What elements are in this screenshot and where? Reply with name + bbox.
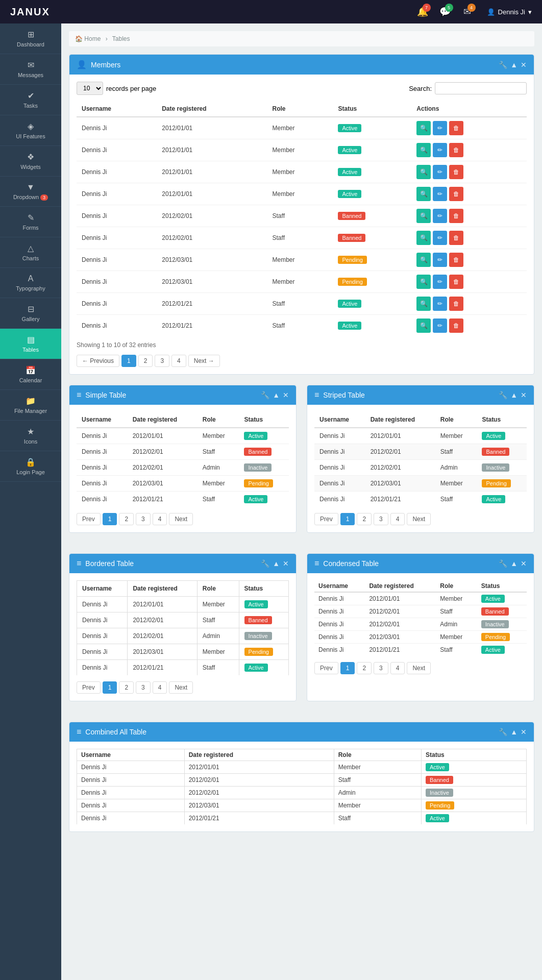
prev-button[interactable]: Prev bbox=[314, 513, 338, 525]
close-icon[interactable]: ✕ bbox=[521, 391, 527, 399]
edit-button[interactable]: ✏ bbox=[433, 297, 447, 311]
chevron-up-icon[interactable]: ▲ bbox=[510, 61, 518, 69]
delete-button[interactable]: 🗑 bbox=[449, 253, 463, 267]
mail-icon[interactable]: ✉ 4 bbox=[459, 4, 476, 20]
page-btn-4[interactable]: 4 bbox=[153, 513, 167, 525]
sidebar-item-dropdown[interactable]: ▼ Dropdown3 bbox=[0, 177, 61, 207]
view-button[interactable]: 🔍 bbox=[416, 318, 431, 333]
wrench-icon[interactable]: 🔧 bbox=[499, 559, 507, 568]
view-button[interactable]: 🔍 bbox=[416, 231, 431, 245]
delete-button[interactable]: 🗑 bbox=[449, 121, 463, 135]
page-btn-3[interactable]: 3 bbox=[136, 681, 151, 694]
sidebar-item-forms[interactable]: ✎ Forms bbox=[0, 207, 61, 237]
sidebar-item-charts[interactable]: △ Charts bbox=[0, 237, 61, 268]
next-button[interactable]: Next bbox=[407, 513, 431, 525]
next-button[interactable]: Next bbox=[407, 662, 431, 674]
page-btn-4[interactable]: 4 bbox=[171, 355, 186, 367]
notifications-icon[interactable]: 🔔 7 bbox=[414, 4, 431, 20]
close-icon[interactable]: ✕ bbox=[521, 728, 527, 736]
view-button[interactable]: 🔍 bbox=[416, 275, 431, 289]
sidebar-item-login-page[interactable]: 🔒 Login Page bbox=[0, 451, 61, 482]
next-button[interactable]: Next → bbox=[188, 355, 220, 367]
page-btn-3[interactable]: 3 bbox=[136, 513, 151, 525]
per-page-select[interactable]: 102550 bbox=[77, 82, 103, 95]
close-icon[interactable]: ✕ bbox=[521, 61, 527, 69]
page-btn-2[interactable]: 2 bbox=[138, 355, 153, 367]
view-button[interactable]: 🔍 bbox=[416, 253, 431, 267]
edit-button[interactable]: ✏ bbox=[433, 187, 447, 201]
chevron-up-icon[interactable]: ▲ bbox=[510, 559, 518, 568]
view-button[interactable]: 🔍 bbox=[416, 121, 431, 135]
sidebar-item-file-manager[interactable]: 📁 File Manager bbox=[0, 390, 61, 421]
edit-button[interactable]: ✏ bbox=[433, 318, 447, 333]
delete-button[interactable]: 🗑 bbox=[449, 209, 463, 223]
edit-button[interactable]: ✏ bbox=[433, 253, 447, 267]
prev-button[interactable]: Prev bbox=[77, 681, 101, 694]
wrench-icon[interactable]: 🔧 bbox=[261, 391, 269, 399]
page-btn-4[interactable]: 4 bbox=[390, 662, 405, 674]
view-button[interactable]: 🔍 bbox=[416, 165, 431, 179]
wrench-icon[interactable]: 🔧 bbox=[261, 559, 269, 568]
sidebar-item-tasks[interactable]: ✔ Tasks bbox=[0, 85, 61, 115]
page-btn-3[interactable]: 3 bbox=[374, 662, 388, 674]
page-btn-2[interactable]: 2 bbox=[357, 662, 372, 674]
delete-button[interactable]: 🗑 bbox=[449, 275, 463, 289]
page-btn-3[interactable]: 3 bbox=[155, 355, 169, 367]
next-button[interactable]: Next bbox=[169, 681, 193, 694]
page-btn-1[interactable]: 1 bbox=[121, 355, 136, 367]
edit-button[interactable]: ✏ bbox=[433, 165, 447, 179]
chevron-up-icon[interactable]: ▲ bbox=[273, 559, 280, 568]
page-btn-3[interactable]: 3 bbox=[374, 513, 388, 525]
sidebar-item-messages[interactable]: ✉ Messages bbox=[0, 54, 61, 85]
edit-button[interactable]: ✏ bbox=[433, 143, 447, 157]
delete-button[interactable]: 🗑 bbox=[449, 187, 463, 201]
delete-button[interactable]: 🗑 bbox=[449, 318, 463, 333]
view-button[interactable]: 🔍 bbox=[416, 187, 431, 201]
sidebar-item-tables[interactable]: ▤ Tables bbox=[0, 329, 61, 359]
view-button[interactable]: 🔍 bbox=[416, 297, 431, 311]
page-btn-1[interactable]: 1 bbox=[103, 681, 117, 694]
next-button[interactable]: Next bbox=[169, 513, 193, 525]
view-button[interactable]: 🔍 bbox=[416, 143, 431, 157]
search-input[interactable] bbox=[435, 82, 527, 94]
page-btn-1[interactable]: 1 bbox=[340, 662, 355, 674]
breadcrumb-home[interactable]: Home bbox=[84, 35, 101, 42]
chevron-up-icon[interactable]: ▲ bbox=[273, 391, 280, 399]
wrench-icon[interactable]: 🔧 bbox=[499, 728, 507, 736]
sidebar-item-dashboard[interactable]: ⊞ Dashboard bbox=[0, 23, 61, 54]
sidebar-item-calendar[interactable]: 📅 Calendar bbox=[0, 359, 61, 390]
delete-button[interactable]: 🗑 bbox=[449, 231, 463, 245]
page-btn-2[interactable]: 2 bbox=[119, 513, 134, 525]
page-btn-2[interactable]: 2 bbox=[357, 513, 372, 525]
delete-button[interactable]: 🗑 bbox=[449, 297, 463, 311]
wrench-icon[interactable]: 🔧 bbox=[499, 391, 507, 399]
edit-button[interactable]: ✏ bbox=[433, 209, 447, 223]
page-btn-2[interactable]: 2 bbox=[119, 681, 134, 694]
page-btn-4[interactable]: 4 bbox=[390, 513, 405, 525]
messages-icon[interactable]: 💬 5 bbox=[437, 4, 453, 20]
sidebar-item-gallery[interactable]: ⊟ Gallery bbox=[0, 298, 61, 329]
view-button[interactable]: 🔍 bbox=[416, 209, 431, 223]
edit-button[interactable]: ✏ bbox=[433, 121, 447, 135]
delete-button[interactable]: 🗑 bbox=[449, 143, 463, 157]
close-icon[interactable]: ✕ bbox=[283, 391, 289, 399]
page-btn-1[interactable]: 1 bbox=[340, 513, 355, 525]
delete-button[interactable]: 🗑 bbox=[449, 165, 463, 179]
chevron-up-icon[interactable]: ▲ bbox=[510, 391, 518, 399]
prev-button[interactable]: ← Previous bbox=[77, 355, 119, 367]
prev-button[interactable]: Prev bbox=[314, 662, 338, 674]
sidebar-item-icons[interactable]: ★ Icons bbox=[0, 421, 61, 451]
wrench-icon[interactable]: 🔧 bbox=[499, 61, 507, 69]
sidebar-item-typography[interactable]: A Typography bbox=[0, 268, 61, 298]
edit-button[interactable]: ✏ bbox=[433, 275, 447, 289]
prev-button[interactable]: Prev bbox=[77, 513, 101, 525]
sidebar-item-ui-features[interactable]: ◈ UI Features bbox=[0, 115, 61, 146]
edit-button[interactable]: ✏ bbox=[433, 231, 447, 245]
page-btn-1[interactable]: 1 bbox=[103, 513, 117, 525]
close-icon[interactable]: ✕ bbox=[283, 559, 289, 568]
sidebar-item-widgets[interactable]: ❖ Widgets bbox=[0, 146, 61, 177]
close-icon[interactable]: ✕ bbox=[521, 559, 527, 568]
page-btn-4[interactable]: 4 bbox=[153, 681, 167, 694]
user-menu[interactable]: 👤 Dennis Ji ▾ bbox=[487, 8, 532, 16]
chevron-up-icon[interactable]: ▲ bbox=[510, 728, 518, 736]
